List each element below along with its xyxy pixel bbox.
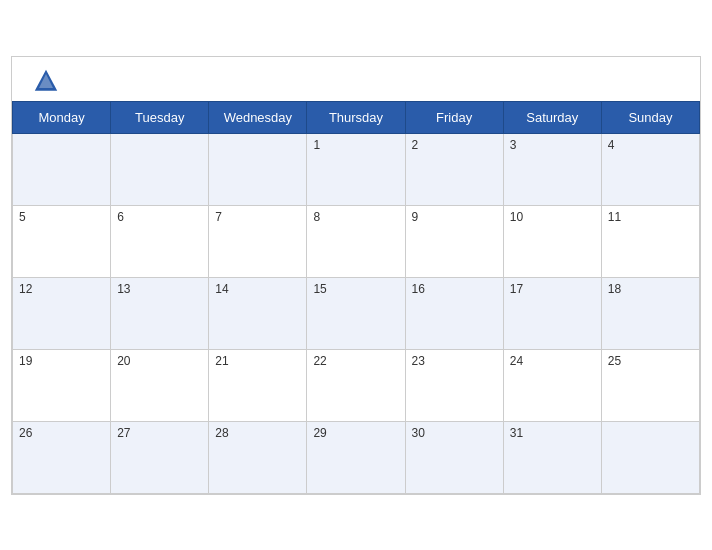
day-number: 4 bbox=[608, 138, 615, 152]
day-number: 16 bbox=[412, 282, 425, 296]
week-row-2: 567891011 bbox=[13, 205, 700, 277]
weekday-sunday: Sunday bbox=[601, 101, 699, 133]
day-number: 14 bbox=[215, 282, 228, 296]
calendar-cell: 6 bbox=[111, 205, 209, 277]
day-number: 30 bbox=[412, 426, 425, 440]
calendar-cell: 11 bbox=[601, 205, 699, 277]
calendar-cell: 24 bbox=[503, 349, 601, 421]
calendar-cell: 26 bbox=[13, 421, 111, 493]
day-number: 9 bbox=[412, 210, 419, 224]
day-number: 8 bbox=[313, 210, 320, 224]
weekday-monday: Monday bbox=[13, 101, 111, 133]
calendar-cell: 17 bbox=[503, 277, 601, 349]
day-number: 5 bbox=[19, 210, 26, 224]
calendar-cell bbox=[111, 133, 209, 205]
calendar: MondayTuesdayWednesdayThursdayFridaySatu… bbox=[11, 56, 701, 495]
day-number: 26 bbox=[19, 426, 32, 440]
calendar-cell: 30 bbox=[405, 421, 503, 493]
weekday-wednesday: Wednesday bbox=[209, 101, 307, 133]
day-number: 1 bbox=[313, 138, 320, 152]
calendar-cell bbox=[13, 133, 111, 205]
calendar-cell: 1 bbox=[307, 133, 405, 205]
calendar-cell: 25 bbox=[601, 349, 699, 421]
calendar-cell: 27 bbox=[111, 421, 209, 493]
weekday-thursday: Thursday bbox=[307, 101, 405, 133]
day-number: 2 bbox=[412, 138, 419, 152]
day-number: 17 bbox=[510, 282, 523, 296]
calendar-cell: 20 bbox=[111, 349, 209, 421]
calendar-cell: 9 bbox=[405, 205, 503, 277]
calendar-cell: 7 bbox=[209, 205, 307, 277]
calendar-cell: 15 bbox=[307, 277, 405, 349]
day-number: 13 bbox=[117, 282, 130, 296]
calendar-cell: 5 bbox=[13, 205, 111, 277]
calendar-cell: 12 bbox=[13, 277, 111, 349]
weekday-friday: Friday bbox=[405, 101, 503, 133]
calendar-cell bbox=[601, 421, 699, 493]
calendar-cell: 22 bbox=[307, 349, 405, 421]
week-row-1: 1234 bbox=[13, 133, 700, 205]
day-number: 15 bbox=[313, 282, 326, 296]
week-row-5: 262728293031 bbox=[13, 421, 700, 493]
day-number: 3 bbox=[510, 138, 517, 152]
weekday-header-row: MondayTuesdayWednesdayThursdayFridaySatu… bbox=[13, 101, 700, 133]
day-number: 22 bbox=[313, 354, 326, 368]
calendar-cell: 2 bbox=[405, 133, 503, 205]
day-number: 24 bbox=[510, 354, 523, 368]
calendar-cell: 31 bbox=[503, 421, 601, 493]
calendar-header bbox=[12, 57, 700, 101]
day-number: 19 bbox=[19, 354, 32, 368]
day-number: 25 bbox=[608, 354, 621, 368]
day-number: 29 bbox=[313, 426, 326, 440]
calendar-cell: 14 bbox=[209, 277, 307, 349]
calendar-cell: 23 bbox=[405, 349, 503, 421]
calendar-cell: 4 bbox=[601, 133, 699, 205]
week-row-3: 12131415161718 bbox=[13, 277, 700, 349]
weekday-tuesday: Tuesday bbox=[111, 101, 209, 133]
day-number: 6 bbox=[117, 210, 124, 224]
day-number: 18 bbox=[608, 282, 621, 296]
calendar-cell: 16 bbox=[405, 277, 503, 349]
day-number: 31 bbox=[510, 426, 523, 440]
calendar-cell: 13 bbox=[111, 277, 209, 349]
day-number: 21 bbox=[215, 354, 228, 368]
day-number: 27 bbox=[117, 426, 130, 440]
calendar-cell: 19 bbox=[13, 349, 111, 421]
calendar-cell bbox=[209, 133, 307, 205]
day-number: 12 bbox=[19, 282, 32, 296]
day-number: 10 bbox=[510, 210, 523, 224]
day-number: 11 bbox=[608, 210, 621, 224]
calendar-cell: 18 bbox=[601, 277, 699, 349]
week-row-4: 19202122232425 bbox=[13, 349, 700, 421]
calendar-cell: 3 bbox=[503, 133, 601, 205]
weekday-saturday: Saturday bbox=[503, 101, 601, 133]
day-number: 23 bbox=[412, 354, 425, 368]
calendar-cell: 10 bbox=[503, 205, 601, 277]
day-number: 7 bbox=[215, 210, 222, 224]
day-number: 20 bbox=[117, 354, 130, 368]
calendar-cell: 28 bbox=[209, 421, 307, 493]
calendar-table: MondayTuesdayWednesdayThursdayFridaySatu… bbox=[12, 101, 700, 494]
day-number: 28 bbox=[215, 426, 228, 440]
calendar-cell: 8 bbox=[307, 205, 405, 277]
brand bbox=[32, 67, 64, 95]
calendar-cell: 21 bbox=[209, 349, 307, 421]
calendar-cell: 29 bbox=[307, 421, 405, 493]
brand-logo bbox=[32, 67, 60, 95]
